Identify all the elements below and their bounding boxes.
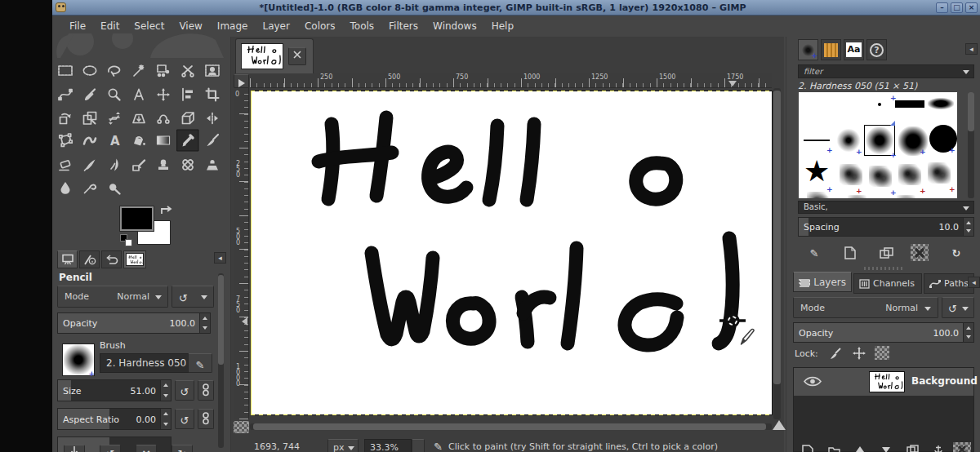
tool-free-select[interactable] (109, 66, 120, 76)
mode-reset-button[interactable] (172, 286, 214, 308)
menu-filters[interactable]: Filters (381, 16, 425, 37)
lock-pixels-toggle[interactable] (826, 345, 844, 361)
canvas-horizontal-scrollbar[interactable] (250, 423, 772, 430)
minimize-button[interactable]: – (936, 2, 948, 13)
brush-item[interactable] (804, 140, 830, 141)
tool-clone[interactable] (158, 160, 168, 171)
duplicate-brush-button[interactable] (876, 245, 896, 261)
aspect-ratio-spinner[interactable] (160, 409, 171, 429)
tool-mypaint-brush[interactable] (133, 161, 145, 171)
vertical-ruler[interactable]: 0 250 500 750 1000 (234, 88, 249, 419)
brush-item-chalk[interactable] (898, 164, 921, 185)
tool-gradient[interactable] (158, 136, 170, 144)
tab-patterns[interactable] (821, 39, 841, 60)
tool-perspective[interactable] (133, 115, 145, 123)
layer-mode-reset-button[interactable] (942, 297, 974, 318)
tool-crop[interactable] (207, 89, 219, 101)
brush-preview[interactable]: + (62, 343, 95, 376)
lock-position-toggle[interactable] (850, 345, 868, 361)
delete-brush-button[interactable] (911, 244, 929, 261)
collapse-layers-dock-icon[interactable]: ◂ (968, 277, 980, 288)
collapse-left-dock-icon[interactable]: ◂ (214, 252, 226, 264)
anchor-layer-button[interactable] (929, 442, 948, 452)
tool-paths[interactable] (59, 90, 72, 100)
size-spinner[interactable] (160, 380, 171, 401)
tool-foreground-select[interactable] (206, 65, 219, 76)
brush-grid[interactable]: ++ ++ ++ ++ ++ + (799, 92, 957, 198)
new-layer-button[interactable] (798, 442, 817, 452)
visibility-eye-icon[interactable] (804, 375, 822, 388)
tab-brushes[interactable]: + (798, 39, 818, 60)
new-group-button[interactable] (824, 442, 844, 452)
menu-help[interactable]: Help (484, 16, 521, 37)
mode-dropdown[interactable]: Mode Normal (57, 286, 168, 308)
unit-dropdown[interactable]: px (327, 439, 359, 452)
opacity-slider[interactable]: Opacity 100.0 (57, 312, 211, 334)
tool-move[interactable] (157, 88, 170, 101)
spacing-spinner[interactable] (963, 218, 973, 236)
size-slider[interactable]: Size 51.00 (57, 379, 172, 401)
tab-pointer-info[interactable] (79, 250, 100, 268)
tool-perspective-clone[interactable] (207, 160, 218, 171)
navigation-corner-icon[interactable] (773, 420, 786, 430)
brush-item-chalk[interactable] (807, 192, 830, 198)
refresh-brushes-button[interactable] (947, 245, 966, 261)
tool-rotate[interactable] (60, 114, 71, 124)
swap-colors-icon[interactable] (159, 204, 174, 217)
tool-ink[interactable] (111, 159, 118, 171)
tab-channels[interactable]: Channels (853, 273, 922, 294)
delete-tool-preset-button[interactable] (136, 445, 157, 452)
restore-tool-preset-button[interactable] (100, 445, 121, 452)
canvas[interactable] (252, 91, 772, 414)
zoom-entry[interactable]: 33.3% (364, 439, 412, 452)
canvas-vertical-scrollbar[interactable] (773, 88, 781, 419)
raise-layer-button[interactable] (850, 442, 870, 452)
brush-category-dropdown[interactable]: Basic, (798, 201, 974, 214)
tool-select-by-color[interactable] (158, 65, 168, 76)
brush-item-chalk[interactable] (848, 195, 871, 198)
brush-item-chalk[interactable] (869, 166, 892, 187)
spacing-slider[interactable]: Spacing 10.0 (798, 217, 974, 237)
tool-ellipse-select[interactable] (83, 66, 96, 75)
tool-measure[interactable] (135, 90, 143, 100)
tool-color-picker[interactable] (86, 90, 95, 100)
tool-warp-transform[interactable] (84, 138, 96, 144)
lower-layer-button[interactable] (876, 442, 896, 452)
zoom-spinner[interactable] (412, 439, 425, 452)
tab-layers[interactable]: Layers (793, 272, 852, 292)
dock-drag-handle[interactable] (864, 267, 903, 270)
horizontal-ruler[interactable]: 250 500 750 1000 1250 1500 1750 (250, 73, 772, 88)
aspect-link-button[interactable] (198, 409, 214, 429)
brush-item[interactable] (895, 100, 924, 108)
save-tool-preset-button[interactable] (64, 445, 85, 452)
tool-zoom[interactable] (109, 89, 119, 100)
tab-tool-options[interactable] (57, 250, 78, 268)
tab-document-history[interactable]: ? (866, 39, 887, 60)
tool-dodge-burn[interactable] (109, 184, 120, 193)
image-tab[interactable] (235, 38, 314, 73)
delete-layer-button[interactable] (953, 442, 971, 452)
tool-align[interactable] (183, 89, 193, 101)
tool-scale[interactable] (84, 113, 96, 125)
collapse-right-dock-icon[interactable]: ◂ (965, 43, 978, 55)
edit-brush-button[interactable] (804, 245, 824, 261)
brush-name-field[interactable]: 2. Hardness 050 (100, 353, 198, 373)
brush-grid-scrollbar[interactable] (968, 92, 974, 198)
tool-text[interactable]: A (110, 134, 120, 148)
menu-colors[interactable]: Colors (297, 16, 343, 37)
brush-filter-field[interactable]: filter (798, 64, 974, 78)
tool-pencil[interactable] (177, 130, 198, 151)
reset-tool-options-button[interactable] (172, 445, 193, 452)
tool-smudge[interactable] (85, 185, 96, 193)
tab-undo-history[interactable] (101, 250, 122, 268)
tab-paths[interactable]: Paths (924, 273, 974, 294)
tab-fonts[interactable]: Aa (844, 39, 864, 60)
size-reset-button[interactable] (175, 380, 194, 401)
tool-shear[interactable] (109, 112, 120, 125)
layer-row-background[interactable]: Background (794, 368, 973, 396)
brush-item-chalk[interactable] (897, 195, 920, 198)
tool-airbrush[interactable] (85, 160, 96, 171)
layer-name[interactable]: Background (911, 375, 978, 387)
brush-item-chalk[interactable] (840, 164, 862, 185)
opacity-spinner[interactable] (199, 313, 210, 333)
